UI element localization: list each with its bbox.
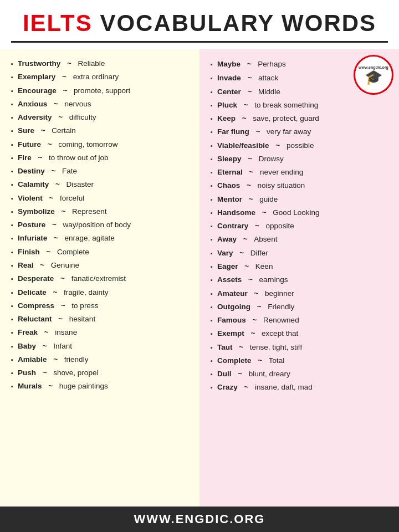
vocab-tilde: ~ [247,86,252,98]
vocab-def: promote, support [74,85,130,97]
list-item: Vary ~ Differ [211,247,391,260]
list-item: Fire ~ to throw out of job [11,151,192,165]
vocab-def: never ending [260,166,303,178]
vocab-word: Pluck [217,99,237,111]
list-item: Assets ~ earnings [211,273,391,287]
vocab-tilde: ~ [62,71,66,83]
list-item: Sure ~ Certain [11,124,192,137]
vocab-tilde: ~ [262,207,267,219]
vocab-def: forceful [60,192,84,204]
vocab-tilde: ~ [247,72,252,84]
vocab-tilde: ~ [243,233,248,245]
vocab-tilde: ~ [53,354,58,366]
vocab-tilde: ~ [55,178,60,191]
vocab-tilde: ~ [248,153,252,165]
vocab-tilde: ~ [257,301,262,313]
vocab-def: Middle [258,86,280,98]
vocab-def: save, protect, guard [253,112,319,125]
vocab-word: Dull [217,368,232,380]
list-item: Finish ~ Complete [11,245,192,259]
vocab-def: Perhaps [258,58,285,70]
vocab-tilde: ~ [54,98,58,110]
vocab-tilde: ~ [44,326,49,339]
vocab-word: Handsome [217,207,255,219]
list-item: Symbolize ~ Represent [11,205,192,218]
vocab-word: Symbolize [18,206,55,218]
vocab-word: Maybe [217,58,241,70]
vocab-tilde: ~ [60,273,65,285]
vocab-word: Reluctant [18,313,52,325]
vocab-tilde: ~ [43,367,47,379]
vocab-word: Violent [18,192,43,204]
vocab-def: Certain [52,125,76,137]
vocab-word: Outgoing [217,301,250,313]
list-item: Delicate ~ fragile, dainty [11,286,192,299]
vocab-word: Fire [18,152,32,164]
vocab-word: Adversity [18,111,52,124]
left-vocab-list: Trustworthy ~ ReliableExemplary ~ extra … [11,57,192,393]
vocab-def: Infant [53,340,72,352]
list-item: Adversity ~ difficulty [11,111,192,124]
vocab-tilde: ~ [249,166,253,178]
vocab-word: Contrary [217,220,248,232]
vocab-def: beginner [265,288,294,300]
list-item: Infuriate ~ enrage, agitate [11,232,192,245]
vocab-word: Crazy [217,381,238,393]
vocab-word: Destiny [18,165,45,177]
vocab-def: coming, tomorrow [58,139,117,151]
vocab-def: Renowned [263,314,299,326]
vocab-tilde: ~ [244,99,248,111]
vocab-def: Differ [250,247,268,259]
vocab-def: tense, tight, stiff [250,341,302,354]
vocab-tilde: ~ [275,140,280,152]
vocab-def: possible [287,140,314,152]
page-title: IELTS VOCABULARY WORDS [11,10,388,37]
content-area: Trustworthy ~ ReliableExemplary ~ extra … [0,49,399,507]
list-item: Baby ~ Infant [11,340,192,353]
vocab-def: to break something [254,99,318,111]
vocab-def: very far away [267,126,311,138]
list-item: Posture ~ way/position of body [11,218,192,232]
vocab-word: Amateur [217,288,248,300]
list-item: Freak ~ insane [11,326,192,339]
list-item: Outgoing ~ Friendly [211,300,391,314]
vocab-word: Mentor [217,193,242,206]
vocab-tilde: ~ [238,368,242,380]
vocab-word: Sleepy [217,153,242,165]
vocab-word: Delicate [18,287,47,299]
vocab-tilde: ~ [43,340,47,352]
list-item: Push ~ shove, propel [11,366,192,380]
vocab-def: Fate [62,165,77,177]
vocab-word: Push [18,367,36,379]
vocab-def: to press [71,300,98,312]
vocab-tilde: ~ [255,220,259,232]
vocab-word: Eternal [217,166,243,178]
list-item: Exemplary ~ extra ordinary [11,70,192,84]
vocab-tilde: ~ [239,247,244,259]
vocab-def: except that [262,328,298,340]
list-item: Anxious ~ nervous [11,98,192,111]
vocab-word: Desperate [18,273,54,285]
vocab-def: Reliable [78,58,105,70]
vocab-tilde: ~ [244,381,248,393]
vocab-word: Murals [18,380,42,392]
vocab-tilde: ~ [252,314,257,326]
vocab-def: extra ordinary [73,71,119,83]
vocab-def: insane [55,326,77,339]
vocab-tilde: ~ [247,180,251,192]
vocab-def: guide [259,193,278,206]
vocab-tilde: ~ [61,206,65,218]
vocab-tilde: ~ [38,152,42,164]
vocab-tilde: ~ [48,139,52,151]
list-item: Away ~ Absent [211,233,391,246]
list-item: Pluck ~ to break something [211,99,391,112]
list-item: Amiable ~ friendly [11,353,192,366]
vocab-word: Encourage [18,85,57,97]
vocab-def: nervous [65,98,91,110]
vocab-word: Complete [217,355,252,367]
vocab-word: Anxious [18,98,47,110]
vocab-tilde: ~ [254,288,258,300]
vocab-tilde: ~ [248,274,253,286]
vocab-def: Good Looking [273,207,319,219]
list-item: Crazy ~ insane, daft, mad [211,381,391,394]
